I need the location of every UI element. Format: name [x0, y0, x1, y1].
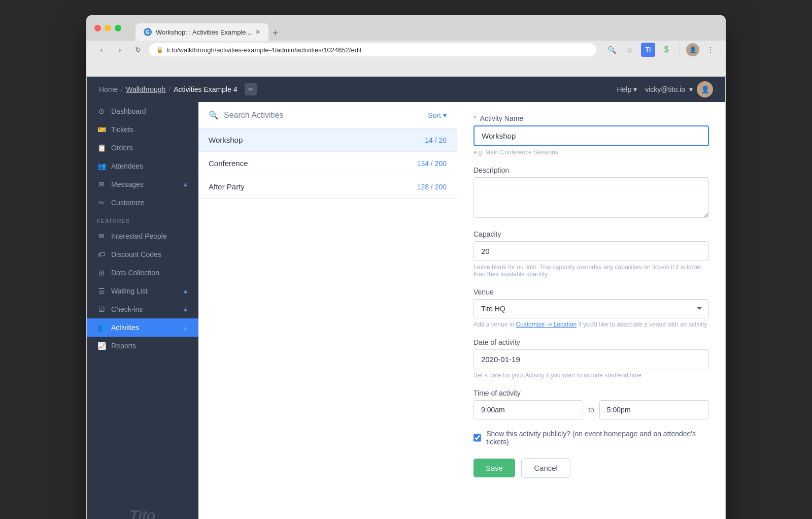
browser-tabs: G Workshop: : Activities Example... ✕ +	[136, 15, 282, 41]
sidebar-logo: Tito	[87, 497, 198, 519]
maximize-button[interactable]	[115, 25, 121, 31]
form-actions: Save Cancel	[473, 458, 709, 478]
public-checkbox-row: Show this activity publicly? (on event h…	[473, 430, 709, 446]
search-icon[interactable]: 🔍	[604, 43, 619, 57]
breadcrumb-walkthrough[interactable]: Walkthrough	[126, 85, 165, 93]
url-field[interactable]: 🔒 ti.to/walkthrough/activities-example-4…	[149, 43, 596, 56]
address-bar: ‹ › ↻ 🔒 ti.to/walkthrough/activities-exa…	[86, 41, 726, 59]
sidebar-item-reports[interactable]: 📈 Reports	[87, 337, 198, 355]
sidebar-item-orders[interactable]: 📋 Orders	[87, 139, 198, 157]
sidebar-item-check-ins[interactable]: ☑ Check-ins ▲	[87, 300, 198, 318]
orders-icon: 📋	[97, 144, 106, 152]
description-textarea[interactable]	[473, 177, 709, 218]
search-label[interactable]: Search Activities	[224, 111, 283, 120]
waiting-list-icon: ☰	[97, 287, 106, 295]
sidebar-label-waiting-list: Waiting List	[111, 287, 148, 295]
venue-select[interactable]: Tito HQ	[473, 299, 709, 318]
date-hint: Set a date for your Activity if you want…	[473, 372, 709, 379]
breadcrumb: Home / Walkthrough / Activities Example …	[99, 83, 617, 95]
browser-user-avatar[interactable]: 👤	[686, 43, 699, 56]
extension-icon-1[interactable]: Ti	[641, 43, 655, 57]
dashboard-icon: ⊙	[97, 107, 106, 115]
activity-name-input[interactable]	[473, 125, 709, 146]
activity-name-hint: e.g. Main Conference Sessions	[473, 149, 709, 156]
activity-row-conference[interactable]: Conference 134 / 200	[198, 152, 457, 175]
sidebar-label-activities: Activities	[111, 323, 139, 332]
edit-event-icon[interactable]: ✏	[245, 83, 257, 95]
capacity-hint: Leave blank for no limit. This capacity …	[473, 264, 709, 278]
time-end-input[interactable]	[599, 400, 709, 419]
traffic-lights	[94, 25, 121, 31]
activity-name-conference: Conference	[209, 159, 248, 168]
messages-icon: ✉	[97, 180, 106, 188]
date-input[interactable]	[473, 349, 709, 369]
tab-close-icon[interactable]: ✕	[255, 28, 260, 36]
sidebar-label-orders: Orders	[111, 144, 133, 152]
sidebar-label-check-ins: Check-ins	[111, 305, 143, 313]
sidebar-item-discount-codes[interactable]: 🏷 Discount Codes	[87, 245, 198, 264]
menu-icon[interactable]: ⋮	[703, 43, 718, 57]
sidebar-item-customize[interactable]: ✂ Customize	[87, 193, 198, 212]
check-ins-badge: ▲	[183, 306, 188, 312]
features-label: FEATURES	[87, 212, 198, 227]
back-button[interactable]: ‹	[94, 43, 109, 57]
time-label: Time of activity	[473, 389, 709, 397]
sidebar-item-tickets[interactable]: 🎫 Tickets	[87, 120, 198, 139]
forward-button[interactable]: ›	[113, 43, 127, 57]
activities-badge: ▲	[183, 325, 188, 331]
customize-icon: ✂	[97, 199, 106, 207]
activity-row-workshop[interactable]: Workshop 14 / 20	[198, 128, 457, 152]
cancel-button[interactable]: Cancel	[521, 458, 570, 478]
data-collection-icon: ⊞	[97, 269, 106, 277]
minimize-button[interactable]	[105, 25, 111, 31]
sidebar-item-attendees[interactable]: 👥 Attendees	[87, 157, 198, 175]
reload-button[interactable]: ↻	[131, 43, 145, 57]
activity-count-workshop: 14 / 20	[425, 136, 447, 144]
venue-hint: Add a venue in Customize -> Location if …	[473, 321, 709, 328]
required-marker: *	[473, 114, 476, 122]
help-button[interactable]: Help ▾	[617, 85, 637, 93]
sidebar-item-interested-people[interactable]: ✉ Interested People	[87, 227, 198, 245]
breadcrumb-home[interactable]: Home	[99, 85, 118, 93]
sidebar-item-data-collection[interactable]: ⊞ Data Collection	[87, 264, 198, 282]
description-group: Description	[473, 166, 709, 220]
time-group: Time of activity to	[473, 389, 709, 419]
extension-icon-2[interactable]: $	[659, 43, 673, 57]
interested-people-icon: ✉	[97, 232, 106, 240]
browser-actions: 🔍 ☆ Ti $ 👤 ⋮	[604, 43, 718, 57]
user-avatar: 👤	[697, 81, 713, 98]
activity-count-conference: 134 / 200	[417, 159, 447, 168]
sidebar-label-reports: Reports	[111, 342, 136, 350]
time-start-input[interactable]	[473, 400, 583, 419]
attendees-icon: 👥	[97, 162, 106, 170]
tickets-icon: 🎫	[97, 125, 106, 134]
sidebar-label-data-collection: Data Collection	[111, 269, 159, 277]
venue-hint-link[interactable]: Customize -> Location	[516, 321, 577, 328]
sidebar-item-waiting-list[interactable]: ☰ Waiting List ▲	[87, 282, 198, 300]
close-button[interactable]	[94, 25, 101, 31]
public-checkbox[interactable]	[473, 434, 481, 442]
sort-button[interactable]: Sort ▾	[428, 111, 447, 119]
save-button[interactable]: Save	[473, 459, 515, 477]
activity-name-label: * Activity Name	[473, 114, 709, 122]
messages-badge: ▲	[183, 181, 188, 187]
active-tab[interactable]: G Workshop: : Activities Example... ✕	[136, 23, 268, 41]
activity-row-after-party[interactable]: After Party 128 / 200	[198, 175, 457, 199]
tab-favicon: G	[144, 28, 152, 36]
public-checkbox-label: Show this activity publicly? (on event h…	[486, 430, 709, 446]
lock-icon: 🔒	[156, 47, 163, 53]
discount-codes-icon: 🏷	[97, 250, 106, 258]
new-tab-button[interactable]: +	[268, 28, 282, 39]
user-menu-button[interactable]: vicky@tito.io ▾ 👤	[645, 81, 713, 98]
sidebar-item-dashboard[interactable]: ⊙ Dashboard	[87, 102, 198, 120]
sidebar-item-activities[interactable]: 👥 Activities ▲	[87, 318, 198, 337]
capacity-input[interactable]	[473, 241, 709, 261]
description-label: Description	[473, 166, 709, 174]
edit-form-panel: * Activity Name e.g. Main Conference Ses…	[457, 102, 725, 519]
breadcrumb-sep1: /	[121, 85, 123, 93]
divider	[680, 45, 680, 55]
breadcrumb-sep2: /	[168, 85, 171, 93]
bookmark-icon[interactable]: ☆	[623, 43, 637, 57]
sidebar-item-messages[interactable]: ✉ Messages ▲	[87, 175, 198, 193]
capacity-group: Capacity Leave blank for no limit. This …	[473, 230, 709, 278]
